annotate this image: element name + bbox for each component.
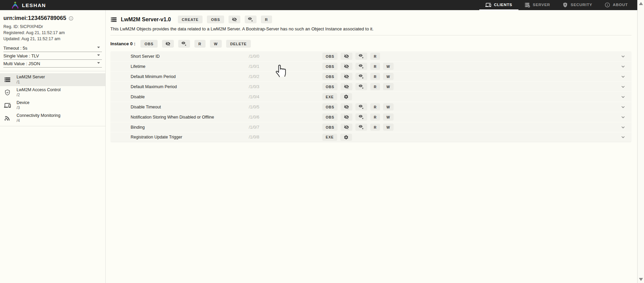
gear-button[interactable] (340, 134, 352, 141)
w-button[interactable]: W (383, 124, 394, 131)
eye-off-button[interactable] (341, 103, 352, 110)
r-button[interactable]: R (370, 103, 380, 110)
eye-x-button[interactable] (355, 63, 367, 70)
eye-x-button[interactable] (245, 16, 257, 23)
gear-button[interactable] (340, 93, 352, 100)
eye-x-button[interactable] (355, 83, 367, 90)
delete-button[interactable]: DELETE (226, 40, 251, 48)
obs-button[interactable]: OBS (322, 103, 338, 110)
eye-x-icon (359, 125, 364, 130)
eye-off-button[interactable] (341, 124, 352, 131)
rss-icon (4, 115, 11, 122)
exe-button[interactable]: EXE (322, 134, 337, 141)
resource-row: Disable Timeout/1/0/5OBSRW (110, 102, 632, 112)
chevron-down-icon (620, 94, 626, 100)
r-button[interactable]: R (370, 53, 380, 60)
info-icon[interactable] (69, 16, 74, 21)
exe-button[interactable]: EXE (322, 93, 337, 100)
eye-x-button[interactable] (355, 113, 367, 121)
eye-off-button[interactable] (341, 113, 352, 121)
eye-off-button[interactable] (341, 63, 352, 70)
sidebar-object-2[interactable]: LwM2M Access Control/2 (0, 86, 105, 99)
w-button[interactable]: W (383, 113, 394, 121)
nav-clients[interactable]: CLIENTS (479, 0, 518, 10)
r-button[interactable]: R (194, 40, 206, 48)
eye-off-button[interactable] (341, 73, 352, 80)
client-id-row: urn:imei:123456789065 (3, 15, 102, 22)
object-list: LwM2M Server/1LwM2M Access Control/2Devi… (0, 73, 105, 125)
create-button[interactable]: CREATE (178, 16, 203, 23)
r-button[interactable]: R (261, 16, 272, 23)
w-button[interactable]: W (383, 83, 394, 90)
nav-server[interactable]: SERVER (518, 0, 556, 10)
resource-name: Notification Storing When Disabled or Of… (110, 115, 249, 120)
sidebar-object-4[interactable]: Connectivity Monitoring/4 (0, 112, 105, 125)
select-value: Single Value : TLV (3, 53, 39, 58)
object-description: This LwM2M Objects provides the data rel… (110, 26, 632, 31)
obs-button[interactable]: OBS (322, 83, 338, 90)
r-button[interactable]: R (370, 124, 380, 131)
eye-x-button[interactable] (355, 103, 367, 110)
w-button[interactable]: W (383, 103, 394, 110)
eye-x-button[interactable] (178, 40, 190, 48)
r-button[interactable]: R (370, 83, 380, 90)
leshan-logo-icon (11, 1, 19, 9)
eye-x-button[interactable] (355, 53, 367, 60)
object-icon-wrap (4, 89, 11, 96)
shield-check-icon (4, 89, 11, 96)
eye-x-button[interactable] (355, 73, 367, 80)
expand-row-button[interactable] (615, 74, 632, 80)
caret-down-icon (95, 44, 102, 51)
eye-off-button[interactable] (341, 53, 352, 60)
obs-button[interactable]: OBS (322, 63, 338, 70)
expand-row-button[interactable] (615, 94, 632, 100)
resource-row: Notification Storing When Disabled or Of… (110, 112, 632, 122)
obs-button[interactable]: OBS (322, 53, 338, 60)
expand-row-button[interactable] (615, 134, 632, 140)
expand-row-button[interactable] (615, 124, 632, 130)
w-button[interactable]: W (383, 63, 394, 70)
page-scrollbar[interactable] (637, 0, 644, 283)
eye-x-icon (182, 41, 187, 46)
obs-button[interactable]: OBS (140, 40, 158, 48)
expand-row-button[interactable] (615, 104, 632, 110)
scroll-down-icon[interactable] (639, 278, 643, 281)
eye-x-icon (359, 84, 364, 89)
w-button[interactable]: W (210, 40, 222, 48)
scroll-up-icon[interactable] (639, 2, 643, 5)
w-button[interactable]: W (383, 73, 394, 80)
nav-label: SECURITY (571, 3, 592, 7)
expand-row-button[interactable] (615, 53, 632, 59)
r-button[interactable]: R (370, 113, 380, 121)
r-button[interactable]: R (370, 73, 380, 80)
eye-x-button[interactable] (355, 124, 367, 131)
eye-off-button[interactable] (162, 40, 174, 48)
select-single-value[interactable]: Single Value : TLV (3, 52, 102, 60)
eye-off-button[interactable] (229, 16, 240, 23)
object-title: LwM2M Server-v1.0 (121, 17, 171, 23)
sidebar-object-1[interactable]: LwM2M Server/1 (0, 73, 105, 86)
brand[interactable]: LESHAN (11, 0, 46, 10)
sidebar-divider (0, 126, 105, 126)
caret-wrap (95, 44, 102, 51)
select-multi-value[interactable]: Multi Value : JSON (3, 60, 102, 68)
eye-off-icon (165, 41, 170, 46)
select-timeout[interactable]: Timeout : 5s (3, 45, 102, 52)
resource-row: Disable/1/0/4EXE (110, 92, 632, 102)
eye-off-button[interactable] (341, 83, 352, 90)
eye-off-icon (344, 114, 349, 120)
expand-row-button[interactable] (615, 114, 632, 120)
object-path: /4 (17, 118, 60, 123)
sidebar-object-3[interactable]: Device/3 (0, 99, 105, 112)
expand-row-button[interactable] (615, 63, 632, 70)
resource-row: Default Maximum Period/1/0/3OBSRW (110, 82, 632, 92)
nav-security[interactable]: SECURITY (556, 0, 598, 10)
devices-icon (485, 2, 491, 8)
nav-about[interactable]: ABOUT (598, 0, 634, 10)
obs-button[interactable]: OBS (322, 124, 338, 131)
r-button[interactable]: R (370, 63, 380, 70)
obs-button[interactable]: OBS (322, 73, 338, 80)
expand-row-button[interactable] (615, 84, 632, 90)
obs-button[interactable]: OBS (207, 16, 224, 23)
obs-button[interactable]: OBS (322, 113, 338, 121)
